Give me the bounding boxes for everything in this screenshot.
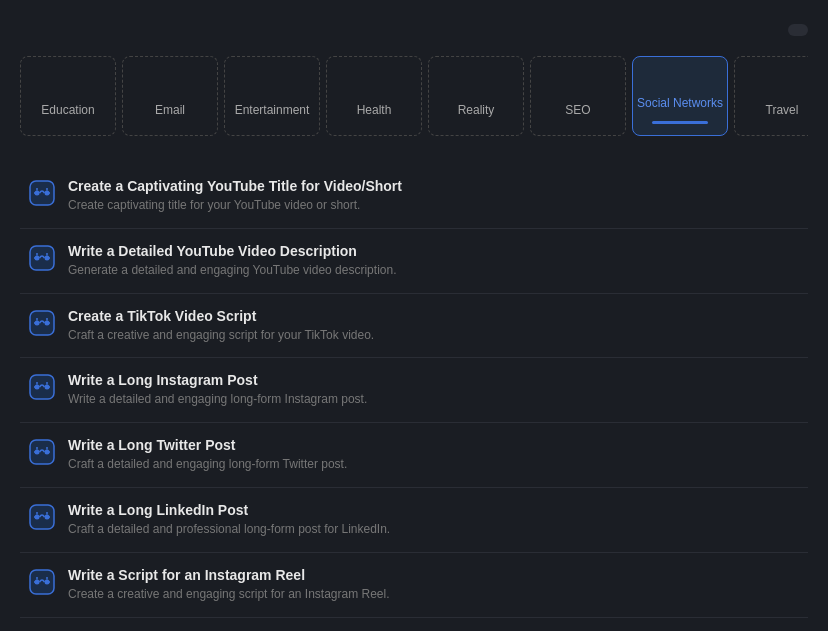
svg-rect-13 bbox=[30, 181, 54, 205]
template-desc: Craft a detailed and professional long-f… bbox=[68, 521, 390, 538]
template-item[interactable]: Write a Long Instagram Post Write a deta… bbox=[20, 358, 808, 423]
template-title: Create a Captivating YouTube Title for V… bbox=[68, 178, 402, 194]
template-item[interactable]: Write a Long LinkedIn Post Craft a detai… bbox=[20, 488, 808, 553]
header-row bbox=[20, 24, 808, 36]
template-desc: Craft a creative and engaging script for… bbox=[68, 327, 374, 344]
svg-rect-28 bbox=[30, 505, 54, 529]
template-item[interactable]: Create a TikTok Video Script Craft a cre… bbox=[20, 294, 808, 359]
template-content: Create a Captivating YouTube Title for V… bbox=[68, 178, 402, 214]
tab-email[interactable]: Email bbox=[122, 56, 218, 136]
tabs-scroll: Education Email Entertainment Health Rea… bbox=[20, 56, 808, 144]
template-content: Write a Script for an Instagram Reel Cre… bbox=[68, 567, 390, 603]
svg-rect-19 bbox=[30, 311, 54, 335]
template-content: Write a Long Instagram Post Write a deta… bbox=[68, 372, 367, 408]
template-ai-icon bbox=[28, 373, 56, 401]
template-desc: Create captivating title for your YouTub… bbox=[68, 197, 402, 214]
template-content: Write a Long LinkedIn Post Craft a detai… bbox=[68, 502, 390, 538]
template-item[interactable]: Create a Captivating YouTube Title for V… bbox=[20, 164, 808, 229]
tab-reality[interactable]: Reality bbox=[428, 56, 524, 136]
svg-rect-22 bbox=[30, 375, 54, 399]
tab-health[interactable]: Health bbox=[326, 56, 422, 136]
templates-list: Create a Captivating YouTube Title for V… bbox=[20, 164, 808, 618]
tab-travel[interactable]: Travel bbox=[734, 56, 808, 136]
template-desc: Write a detailed and engaging long-form … bbox=[68, 391, 367, 408]
template-content: Create a TikTok Video Script Craft a cre… bbox=[68, 308, 374, 344]
template-title: Write a Long Twitter Post bbox=[68, 437, 347, 453]
template-title: Write a Detailed YouTube Video Descripti… bbox=[68, 243, 396, 259]
template-item[interactable]: Write a Long Twitter Post Craft a detail… bbox=[20, 423, 808, 488]
tab-label: Social Networks bbox=[637, 96, 723, 110]
template-ai-icon bbox=[28, 179, 56, 207]
template-desc: Create a creative and engaging script fo… bbox=[68, 586, 390, 603]
template-title: Write a Long LinkedIn Post bbox=[68, 502, 390, 518]
tab-entertainment[interactable]: Entertainment bbox=[224, 56, 320, 136]
template-title: Write a Script for an Instagram Reel bbox=[68, 567, 390, 583]
template-title: Write a Long Instagram Post bbox=[68, 372, 367, 388]
tab-seo[interactable]: SEO bbox=[530, 56, 626, 136]
tabs-container: Education Email Entertainment Health Rea… bbox=[20, 56, 808, 144]
tab-label: Email bbox=[155, 103, 185, 117]
template-ai-icon bbox=[28, 503, 56, 531]
template-desc: Craft a detailed and engaging long-form … bbox=[68, 456, 347, 473]
tab-label: Entertainment bbox=[235, 103, 310, 117]
template-content: Write a Detailed YouTube Video Descripti… bbox=[68, 243, 396, 279]
svg-rect-31 bbox=[30, 570, 54, 594]
tab-label: Education bbox=[41, 103, 94, 117]
tab-education[interactable]: Education bbox=[20, 56, 116, 136]
tab-label: Reality bbox=[458, 103, 495, 117]
template-item[interactable]: Write a Script for an Instagram Reel Cre… bbox=[20, 553, 808, 618]
svg-rect-25 bbox=[30, 440, 54, 464]
template-title: Create a TikTok Video Script bbox=[68, 308, 374, 324]
tab-label: Travel bbox=[766, 103, 799, 117]
template-ai-icon bbox=[28, 244, 56, 272]
more-button[interactable] bbox=[788, 24, 808, 36]
tab-label: Health bbox=[357, 103, 392, 117]
tab-social-networks[interactable]: Social Networks bbox=[632, 56, 728, 136]
template-ai-icon bbox=[28, 438, 56, 466]
template-item[interactable]: Write a Detailed YouTube Video Descripti… bbox=[20, 229, 808, 294]
template-desc: Generate a detailed and engaging YouTube… bbox=[68, 262, 396, 279]
template-ai-icon bbox=[28, 309, 56, 337]
svg-rect-16 bbox=[30, 246, 54, 270]
template-ai-icon bbox=[28, 568, 56, 596]
active-indicator bbox=[652, 121, 708, 124]
template-content: Write a Long Twitter Post Craft a detail… bbox=[68, 437, 347, 473]
page-container: Education Email Entertainment Health Rea… bbox=[0, 0, 828, 631]
tab-label: SEO bbox=[565, 103, 590, 117]
